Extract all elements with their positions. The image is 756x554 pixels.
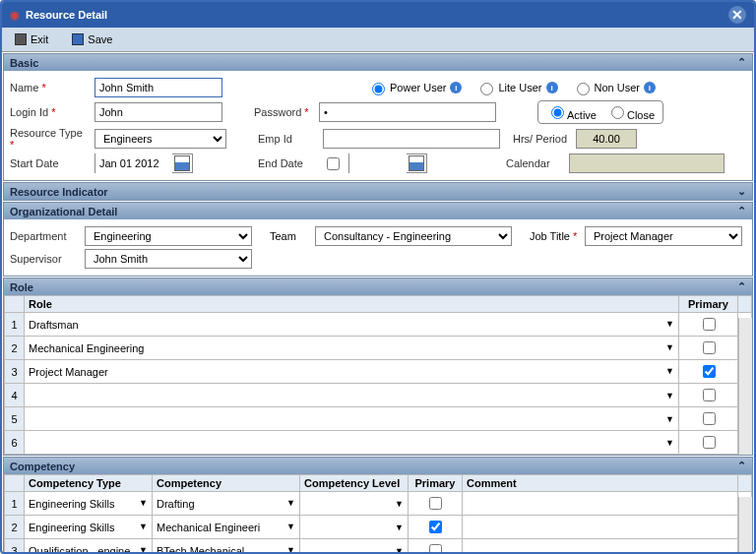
comp-level-cell[interactable]: ▼ (300, 539, 409, 555)
primary-checkbox[interactable] (703, 412, 716, 425)
comp-level-cell[interactable]: ▼ (300, 516, 409, 539)
end-date-input[interactable] (348, 154, 427, 173)
sup-label: Supervisor (10, 253, 79, 265)
role-cell[interactable]: Draftsman▼ (25, 313, 679, 337)
status-box: Active Close (537, 100, 663, 124)
comp-cell[interactable]: Mechanical Engineeri▼ (153, 516, 300, 539)
info-icon[interactable]: i (644, 82, 656, 93)
close-icon[interactable]: ✕ (728, 6, 746, 24)
table-row: 1Engineering Skills▼Drafting▼▼ (5, 492, 752, 516)
start-date-input[interactable] (94, 154, 193, 173)
expand-icon[interactable]: ⌄ (737, 185, 746, 198)
role-cell[interactable]: ▼ (25, 384, 679, 407)
name-label: Name * (10, 82, 89, 93)
restype-select[interactable]: Engineers (94, 129, 226, 149)
basic-header-label: Basic (10, 57, 38, 69)
restype-label: Resource Type * (10, 127, 89, 151)
table-row: 2Engineering Skills▼Mechanical Engineeri… (5, 516, 752, 539)
primary-checkbox[interactable] (703, 318, 716, 331)
primary-checkbox[interactable] (703, 389, 716, 401)
exit-button[interactable]: Exit (8, 31, 55, 48)
chevron-down-icon[interactable]: ▼ (665, 342, 674, 352)
primary-checkbox[interactable] (429, 544, 442, 554)
comment-cell[interactable] (463, 492, 738, 516)
chevron-down-icon[interactable]: ▼ (665, 438, 674, 448)
primary-checkbox[interactable] (703, 436, 716, 449)
role-cell[interactable]: ▼ (25, 431, 679, 455)
title-select[interactable]: Project Manager (585, 226, 742, 246)
chevron-down-icon[interactable]: ▼ (665, 366, 674, 376)
comp-table: Competency Type Competency Competency Le… (4, 474, 752, 554)
comment-cell[interactable] (463, 516, 738, 539)
scrollbar[interactable] (738, 318, 752, 455)
chevron-down-icon[interactable]: ▼ (139, 498, 148, 508)
non-user-radio[interactable]: Non Useri (572, 80, 656, 95)
collapse-icon[interactable]: ⌃ (737, 56, 746, 69)
chevron-down-icon[interactable]: ▼ (395, 499, 404, 509)
comp-type-cell[interactable]: Engineering Skills▼ (25, 516, 153, 539)
primary-checkbox[interactable] (429, 521, 442, 533)
power-user-radio[interactable]: Power Useri (367, 80, 462, 95)
table-row: 3Project Manager▼ (5, 360, 752, 384)
collapse-icon[interactable]: ⌃ (737, 280, 746, 293)
chevron-down-icon[interactable]: ▼ (286, 522, 295, 531)
info-icon[interactable]: i (450, 82, 462, 93)
primary-checkbox[interactable] (429, 497, 442, 510)
primary-col-header: Primary (679, 296, 738, 313)
chevron-down-icon[interactable]: ▼ (665, 391, 674, 400)
sup-select[interactable]: John Smith (85, 249, 252, 269)
role-header: Role ⌃ (4, 278, 752, 295)
comp-type-cell[interactable]: Engineering Skills▼ (25, 492, 153, 516)
row-number: 6 (5, 431, 25, 455)
role-cell[interactable]: Mechanical Engineering▼ (25, 337, 679, 360)
table-row: 3Qualification - engine▼BTech Mechanical… (5, 539, 752, 555)
password-label: Password * (254, 106, 313, 118)
chevron-down-icon[interactable]: ▼ (395, 546, 404, 555)
calendar-input (569, 154, 724, 173)
role-cell[interactable]: ▼ (25, 407, 679, 431)
collapse-icon[interactable]: ⌃ (737, 460, 746, 472)
comp-cell[interactable]: Drafting▼ (153, 492, 300, 516)
chevron-down-icon[interactable]: ▼ (665, 319, 674, 329)
comp-primary-col-header: Primary (409, 475, 463, 492)
team-select[interactable]: Consultancy - Engineering (315, 226, 512, 246)
primary-checkbox[interactable] (703, 341, 716, 354)
comp-level-cell[interactable]: ▼ (300, 492, 409, 516)
active-radio[interactable]: Active (546, 103, 597, 121)
collapse-icon[interactable]: ⌃ (737, 205, 746, 217)
chevron-down-icon[interactable]: ▼ (286, 498, 295, 508)
info-icon[interactable]: i (546, 82, 558, 93)
save-button[interactable]: Save (65, 31, 119, 48)
role-cell[interactable]: Project Manager▼ (25, 360, 679, 384)
chevron-down-icon[interactable]: ▼ (286, 545, 295, 555)
name-input[interactable] (94, 78, 222, 97)
end-date-enable-checkbox[interactable] (327, 157, 340, 170)
chevron-down-icon[interactable]: ▼ (665, 414, 674, 424)
primary-checkbox[interactable] (703, 365, 716, 378)
chevron-down-icon[interactable]: ▼ (139, 545, 148, 555)
dept-label: Department (10, 230, 79, 242)
close-radio[interactable]: Close (606, 103, 655, 121)
basic-panel: Basic ⌃ Name * Power Useri Lite Useri No… (3, 53, 753, 181)
chevron-down-icon[interactable]: ▼ (139, 522, 148, 531)
calendar-icon[interactable] (174, 155, 190, 171)
scrollbar[interactable] (738, 497, 752, 554)
end-label: End Date (258, 157, 317, 169)
org-panel: Organizational Detail ⌃ Department Engin… (3, 202, 753, 277)
chevron-down-icon[interactable]: ▼ (395, 523, 404, 532)
login-label: Login Id * (10, 106, 89, 118)
login-input[interactable] (94, 102, 222, 122)
comp-type-cell[interactable]: Qualification - engine▼ (25, 539, 153, 555)
password-input[interactable] (319, 102, 496, 122)
calendar-icon[interactable] (409, 155, 424, 171)
lite-user-radio[interactable]: Lite Useri (475, 80, 557, 95)
role-header-label: Role (10, 281, 33, 293)
comp-cell[interactable]: BTech Mechanical▼ (153, 539, 300, 555)
exit-icon (15, 33, 27, 45)
empid-input[interactable] (323, 129, 500, 149)
comp-level-col-header: Competency Level (300, 475, 409, 492)
table-row: 4▼ (5, 384, 752, 407)
comment-cell[interactable] (463, 539, 738, 555)
row-number: 5 (5, 407, 25, 431)
dept-select[interactable]: Engineering (85, 226, 252, 246)
